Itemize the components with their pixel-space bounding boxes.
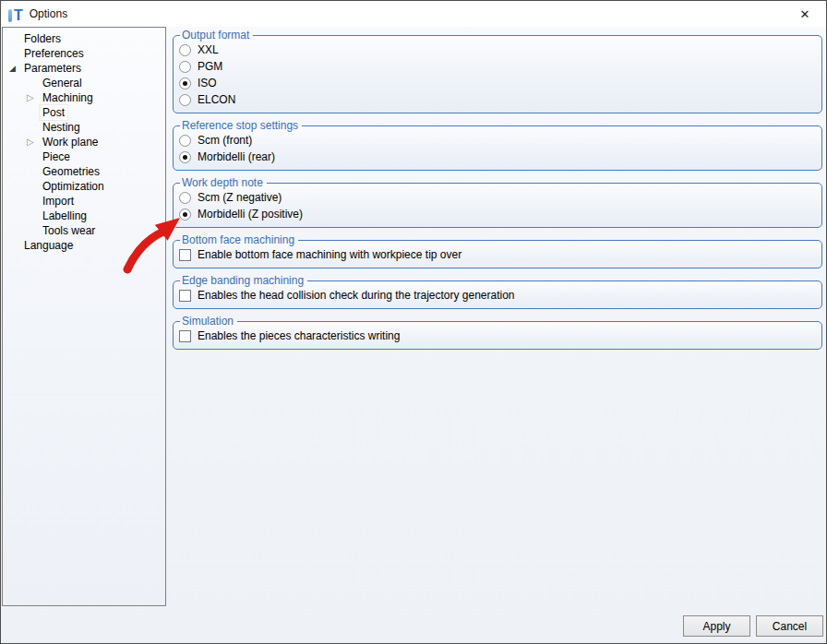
app-icon-t-letter: T [14,8,23,22]
tree-item-label: Labelling [40,209,90,223]
tree-item-label: General [40,76,85,90]
group-title: Output format [180,29,253,42]
group-simulation: Simulation Enables the pieces characteri… [173,315,822,350]
sidebar-item-optimization[interactable]: Optimization [3,179,165,194]
group-title: Edge banding machining [180,274,307,287]
tree-item-label: Folders [21,31,64,46]
tree-item-label: Language [21,238,76,253]
radio-icon[interactable] [179,209,191,221]
sidebar-item-import[interactable]: Import [3,194,165,209]
settings-tree: Folders Preferences ◢ Parameters General… [2,27,166,606]
radio-icon[interactable] [179,151,191,163]
radio-option-xxl[interactable]: XXL [179,42,814,58]
sidebar-item-preferences[interactable]: Preferences [3,46,165,61]
radio-icon[interactable] [179,78,191,89]
sidebar-item-language[interactable]: Language [3,238,165,253]
checkbox-option-pieces-characteristics[interactable]: Enables the pieces characteristics writi… [179,328,814,344]
radio-icon[interactable] [179,44,191,56]
checkbox-label: Enables the head collision check during … [198,289,515,302]
group-title: Simulation [180,315,237,328]
tree-item-label: Work plane [40,135,101,149]
checkbox-icon[interactable] [179,249,191,261]
apply-button[interactable]: Apply [683,615,750,637]
sidebar-item-post[interactable]: Post [3,105,165,120]
checkbox-option-head-collision[interactable]: Enables the head collision check during … [179,287,814,304]
tree-item-label: Tools wear [40,223,98,238]
checkbox-icon[interactable] [179,330,191,342]
dialog-footer: Apply Cancel [683,615,823,637]
tree-item-label: Piece [40,149,73,164]
radio-icon[interactable] [179,94,191,106]
checkbox-option-bottom-face[interactable]: Enable bottom face machining with workpi… [179,246,814,263]
radio-option-morbidelli-z-positive[interactable]: Morbidelli (Z positive) [179,206,814,222]
sidebar-item-geometries[interactable]: Geometries [3,164,165,179]
settings-panel: Output format XXL PGM ISO ELCON [173,29,822,355]
group-title: Reference stop settings [180,119,302,132]
sidebar-item-nesting[interactable]: Nesting [3,120,165,135]
options-dialog: T Options ✕ Folders Preferences ◢ Parame… [0,0,827,644]
radio-icon[interactable] [179,135,191,147]
sidebar-item-folders[interactable]: Folders [3,31,165,46]
radio-label: ISO [198,77,217,89]
sidebar-item-tools-wear[interactable]: Tools wear [3,223,165,238]
sidebar-item-general[interactable]: General [3,76,165,90]
tree-item-label: Optimization [40,179,107,194]
radio-label: XXL [198,43,219,56]
title-bar[interactable]: T Options ✕ [1,1,826,27]
tree-item-label: Geometries [40,164,102,179]
group-edge-banding-machining: Edge banding machining Enables the head … [173,274,822,309]
group-reference-stop-settings: Reference stop settings Scm (front) Morb… [173,119,822,171]
radio-label: Scm (front) [198,134,252,147]
tree-item-label: Parameters [21,61,84,76]
radio-option-scm-front[interactable]: Scm (front) [179,132,814,149]
app-icon-i-bar [8,9,12,22]
radio-label: Scm (Z negative) [198,191,282,204]
radio-option-scm-z-negative[interactable]: Scm (Z negative) [179,189,814,206]
tree-item-label: Machining [40,90,96,105]
tree-collapsed-icon[interactable]: ▷ [27,90,34,105]
checkbox-label: Enable bottom face machining with workpi… [198,248,461,261]
tree-expanded-icon[interactable]: ◢ [9,61,16,76]
group-title: Bottom face machining [180,233,298,246]
sidebar-item-machining[interactable]: ▷ Machining [3,90,165,105]
close-icon: ✕ [800,7,810,21]
radio-option-morbidelli-rear[interactable]: Morbidelli (rear) [179,149,814,165]
radio-icon[interactable] [179,192,191,204]
sidebar-item-parameters[interactable]: ◢ Parameters [3,61,165,76]
radio-option-iso[interactable]: ISO [179,75,814,91]
group-title: Work depth note [180,176,267,189]
group-output-format: Output format XXL PGM ISO ELCON [173,29,822,113]
tree-item-label: Nesting [40,120,83,135]
cancel-button[interactable]: Cancel [756,615,823,637]
app-icon: T [8,6,23,22]
radio-option-elcon[interactable]: ELCON [179,91,814,108]
tree-collapsed-icon[interactable]: ▷ [27,135,34,149]
window-title: Options [30,7,67,20]
group-bottom-face-machining: Bottom face machining Enable bottom face… [173,233,822,268]
sidebar-item-work-plane[interactable]: ▷ Work plane [3,135,165,149]
tree-item-label: Preferences [21,46,87,61]
radio-label: Morbidelli (rear) [198,150,275,163]
sidebar-item-piece[interactable]: Piece [3,149,165,164]
radio-label: PGM [198,60,222,73]
close-button[interactable]: ✕ [784,1,826,27]
checkbox-label: Enables the pieces characteristics writi… [198,329,400,342]
dialog-body: Folders Preferences ◢ Parameters General… [1,27,826,643]
tree-item-label: Post [40,105,67,120]
sidebar-item-labelling[interactable]: Labelling [3,209,165,223]
radio-option-pgm[interactable]: PGM [179,58,814,75]
tree-item-label: Import [40,194,77,209]
radio-icon[interactable] [179,61,191,73]
checkbox-icon[interactable] [179,290,191,302]
radio-label: ELCON [198,93,235,106]
radio-label: Morbidelli (Z positive) [198,208,303,221]
group-work-depth-note: Work depth note Scm (Z negative) Morbide… [173,176,822,228]
